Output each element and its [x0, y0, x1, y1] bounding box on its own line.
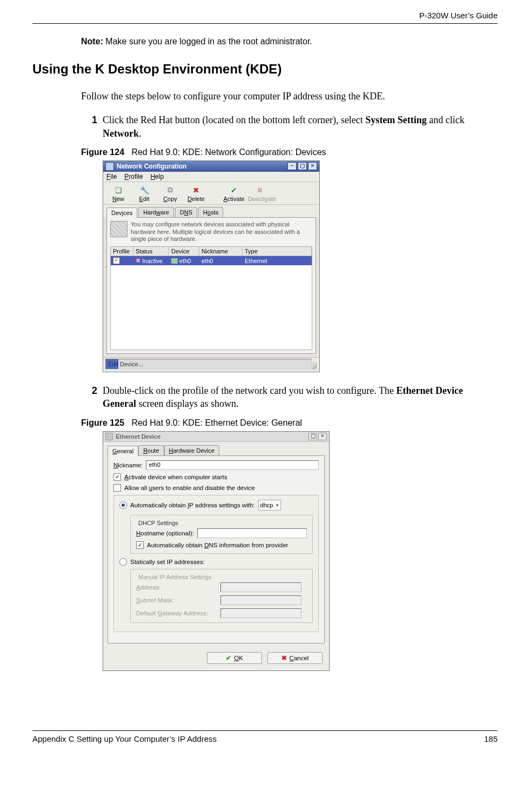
col-status[interactable]: Status — [133, 247, 169, 256]
copy-icon: ⧉ — [164, 185, 176, 195]
toolbar-new-button[interactable]: ❏ New — [106, 184, 130, 202]
address-label: Address: — [136, 584, 217, 590]
nickname-input[interactable]: eth0 — [146, 460, 319, 470]
step-1-number: 1 — [92, 113, 103, 140]
section-heading: Using the K Desktop Environment (KDE) — [32, 62, 498, 77]
subnet-input — [220, 595, 301, 605]
cancel-button[interactable]: ✖ Cancel — [267, 652, 323, 664]
minimize-button[interactable]: – — [287, 162, 297, 170]
check-icon: ✔ — [226, 654, 231, 662]
menu-file[interactable]: File — [106, 173, 117, 180]
hostname-input[interactable] — [197, 528, 307, 538]
auto-ip-radio[interactable] — [119, 501, 127, 509]
note-text: Make sure you are logged in as the root … — [105, 37, 312, 46]
wrench-icon: 🔧 — [138, 185, 150, 195]
figure-124-caption: Figure 124 Red Hat 9.0: KDE: Network Con… — [81, 147, 498, 157]
panel-description: You may configure network devices associ… — [110, 221, 312, 243]
general-panel: Nickname: eth0 ✓ Activate device when co… — [108, 455, 325, 643]
nickname-label: Nickname: — [113, 462, 143, 468]
auto-ip-label: Automatically obtain IP address settings… — [130, 502, 255, 508]
toolbar-activate-button[interactable]: ✔ Activate — [222, 184, 246, 202]
maximize-button[interactable]: ▢ — [308, 433, 317, 440]
note-line: Note: Make sure you are logged in as the… — [81, 37, 498, 46]
close-button[interactable]: × — [318, 433, 327, 440]
table-row[interactable]: ✓ ✖Inactive eth0 eth0 Ethernet — [111, 256, 312, 265]
allow-users-row: Allow all users to enable and disable th… — [113, 484, 319, 492]
network-devices-icon — [110, 221, 128, 237]
x-icon: ✖ — [281, 654, 287, 662]
col-type[interactable]: Type — [243, 247, 312, 256]
toolbar-edit-button[interactable]: 🔧 Edit — [132, 184, 156, 202]
allow-users-checkbox[interactable] — [113, 484, 121, 492]
page-footer: Appendix C Setting up Your Computer’s IP… — [32, 730, 498, 743]
tabs: General Route Hardware Device — [103, 442, 329, 455]
devices-panel: You may configure network devices associ… — [106, 217, 316, 354]
window-titlebar[interactable]: Network Configuration – ▢ × — [103, 161, 319, 172]
toolbar-copy-button[interactable]: ⧉ Copy — [158, 184, 182, 202]
note-label: Note: — [81, 37, 103, 46]
toolbar: ❏ New 🔧 Edit ⧉ Copy ✖ Delete ✔ Activate … — [103, 182, 319, 205]
window-title: Ethernet Device — [116, 433, 307, 440]
protocol-select[interactable]: dhcp▾ — [258, 500, 281, 511]
nickname-row: Nickname: eth0 — [113, 460, 319, 470]
tab-hosts[interactable]: Hosts — [198, 207, 223, 217]
screenshot-ethernet-device: Ethernet Device ▢ × General Route Hardwa… — [103, 431, 330, 671]
resize-grip-icon[interactable] — [312, 362, 317, 370]
manual-ip-group: Manual IP Address Settings Address: Subn… — [130, 569, 313, 623]
toolbar-deactivate-button: ✖ Deactivate — [248, 184, 272, 202]
auto-ip-group: Automatically obtain IP address settings… — [113, 495, 319, 632]
screenshot-network-configuration: Network Configuration – ▢ × File Profile… — [103, 160, 320, 372]
row-checkbox[interactable]: ✓ — [113, 257, 120, 264]
allow-users-label: Allow all users to enable and disable th… — [124, 485, 255, 491]
toolbar-delete-button[interactable]: ✖ Delete — [184, 184, 208, 202]
devices-table: Profile Status Device Nickname Type ✓ ✖I… — [110, 246, 312, 350]
static-ip-label: Statically set IP addresses: — [130, 559, 205, 565]
tabs: Devices Hardware DNS Hosts — [103, 205, 319, 217]
figure-125-caption: Figure 125 Red Hat 9.0: KDE: Ethernet De… — [81, 418, 498, 428]
x-icon: ✖ — [254, 185, 266, 195]
manual-ip-legend: Manual IP Address Settings — [136, 574, 213, 580]
gateway-label: Default Gateway Address: — [136, 610, 217, 616]
activate-row: ✓ Activate device when computer starts — [113, 473, 319, 481]
col-profile[interactable]: Profile — [111, 247, 133, 256]
intro-paragraph: Follow the steps below to configure your… — [81, 90, 498, 103]
status-x-icon: ✖ — [136, 257, 140, 264]
maximize-button[interactable]: ▢ — [298, 162, 307, 170]
activate-label: Activate device when computer starts — [124, 474, 227, 480]
delete-icon: ✖ — [190, 185, 202, 195]
dialog-buttons: ✔ OK ✖ Cancel — [103, 648, 329, 670]
tab-route[interactable]: Route — [138, 445, 164, 455]
col-device[interactable]: Device — [169, 247, 199, 256]
auto-dns-checkbox[interactable]: ✓ — [136, 541, 144, 549]
app-icon — [105, 162, 114, 171]
tab-devices[interactable]: Devices — [106, 207, 137, 218]
step-2: 2 Double-click on the profile of the net… — [92, 384, 487, 411]
dhcp-legend: DHCP Settings — [136, 520, 180, 526]
table-header: Profile Status Device Nickname Type — [111, 247, 312, 256]
subnet-label: Subnet Mask: — [136, 597, 217, 603]
menu-help[interactable]: Help — [150, 173, 164, 180]
status-text: Edit Device... — [105, 359, 312, 370]
col-nickname[interactable]: Nickname — [199, 247, 243, 256]
window-titlebar[interactable]: Ethernet Device ▢ × — [103, 432, 329, 442]
tab-dns[interactable]: DNS — [175, 207, 197, 217]
footer-left: Appendix C Setting up Your Computer’s IP… — [32, 734, 217, 743]
header-doc-title: P-320W User’s Guide — [32, 11, 498, 23]
header-rule — [32, 23, 498, 24]
tab-hardware-device[interactable]: Hardware Device — [164, 445, 219, 455]
ok-button[interactable]: ✔ OK — [207, 652, 262, 664]
hostname-label: Hostname (optional): — [136, 530, 194, 536]
step-2-number: 2 — [92, 384, 103, 411]
tab-general[interactable]: General — [108, 446, 138, 456]
page-number: 185 — [484, 734, 498, 743]
dhcp-settings-group: DHCP Settings Hostname (optional): ✓ Aut… — [130, 515, 313, 554]
gateway-input — [220, 608, 301, 618]
step-1-text: Click the Red Hat button (located on the… — [103, 113, 487, 140]
close-button[interactable]: × — [308, 162, 317, 170]
menu-profile[interactable]: Profile — [124, 173, 143, 180]
tab-hardware[interactable]: Hardware — [138, 207, 174, 217]
window-title: Network Configuration — [117, 163, 286, 170]
activate-checkbox[interactable]: ✓ — [113, 473, 121, 481]
auto-dns-label: Automatically obtain DNS information fro… — [147, 542, 288, 548]
static-ip-radio[interactable] — [119, 558, 127, 566]
